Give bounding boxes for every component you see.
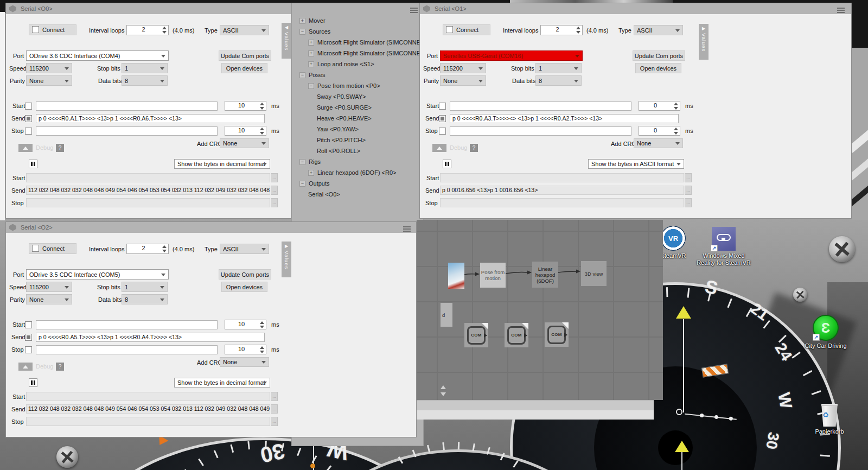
data-bits-dropdown[interactable]: 8 xyxy=(122,294,168,304)
update-com-ports-button[interactable]: Update Com ports xyxy=(219,269,271,280)
debug-send-more-button[interactable]: ... xyxy=(271,186,278,195)
start-checkbox[interactable] xyxy=(439,103,446,110)
node-linear-hexapod[interactable]: Linear hexapod (6DOF) xyxy=(532,262,558,288)
node-msfs-source-thumbnail[interactable] xyxy=(448,263,464,289)
open-devices-button[interactable]: Open devices xyxy=(635,63,681,73)
menu-icon[interactable] xyxy=(403,226,411,227)
stop-checkbox[interactable] xyxy=(439,128,446,135)
pause-button[interactable] xyxy=(29,378,37,387)
start-checkbox[interactable] xyxy=(25,103,32,110)
port-dropdown[interactable]: ODrive 3.5 CDC Interface (COM5) xyxy=(26,269,169,280)
spinner[interactable] xyxy=(161,244,168,253)
expand-icon[interactable]: + xyxy=(308,170,314,176)
collapse-icon[interactable]: − xyxy=(299,159,305,165)
start-ms-input[interactable]: 10 xyxy=(225,320,266,329)
update-com-ports-button[interactable]: Update Com ports xyxy=(633,50,685,61)
start-command-input[interactable] xyxy=(450,101,631,111)
stop-checkbox[interactable] xyxy=(25,128,32,135)
node-com-output[interactable]: COM xyxy=(505,323,528,347)
debug-format-dropdown[interactable]: Show the bytes in decimal format xyxy=(174,159,270,169)
stop-bits-dropdown[interactable]: 1 xyxy=(535,63,582,73)
connect-checkbox[interactable] xyxy=(32,245,39,252)
add-crc-dropdown[interactable]: None xyxy=(220,138,269,148)
parity-dropdown[interactable]: None xyxy=(26,294,72,304)
open-devices-button[interactable]: Open devices xyxy=(221,63,267,73)
tree-item-mover[interactable]: +Mover xyxy=(292,15,423,26)
node-pose-from-motion[interactable]: Pose from motion xyxy=(480,263,506,288)
spinner[interactable] xyxy=(161,26,168,35)
stop-ms-input[interactable]: 10 xyxy=(225,126,266,136)
stop-checkbox[interactable] xyxy=(25,346,32,353)
collapse-icon[interactable]: − xyxy=(308,83,314,89)
data-bits-dropdown[interactable]: 8 xyxy=(122,75,168,86)
tree-item-surge[interactable]: Surge <P0.SURGE> xyxy=(292,102,423,113)
tree-item-poses[interactable]: −Poses xyxy=(292,69,423,80)
node-canvas[interactable]: Pose from motion Linear hexapod (6DOF) 3… xyxy=(417,220,663,400)
desktop-icon-wmr[interactable]: ↗ Windows Mixed Reality for SteamVR xyxy=(694,227,753,266)
scroll-down-icon[interactable] xyxy=(441,392,446,396)
debug-start-more-button[interactable]: ... xyxy=(271,173,278,182)
collapse-icon[interactable]: − xyxy=(299,29,305,35)
tree-item-heave[interactable]: Heave <P0.HEAVE> xyxy=(292,113,423,124)
spinner[interactable] xyxy=(672,101,679,110)
type-dropdown[interactable]: ASCII xyxy=(220,25,269,35)
tree-item-roll[interactable]: Roll <P0.ROLL> xyxy=(292,145,423,156)
stop-command-input[interactable] xyxy=(36,126,218,136)
spinner[interactable] xyxy=(258,126,265,135)
stop-bits-dropdown[interactable]: 1 xyxy=(122,63,168,73)
tree-item-yaw[interactable]: Yaw <P0.YAW> xyxy=(292,124,423,135)
title-bar[interactable]: Serial <O2> xyxy=(6,222,416,233)
interval-loops-input[interactable]: 2 xyxy=(126,25,169,35)
speed-dropdown[interactable]: 115200 xyxy=(26,63,72,73)
values-panel-tab[interactable]: ◀ Values xyxy=(282,23,291,59)
node-3d-view[interactable]: 3D view xyxy=(581,261,607,286)
tree-item-msfs-source[interactable]: +Microsoft Flight Simulator (SIMCONNECT)… xyxy=(292,48,423,59)
expand-icon[interactable]: + xyxy=(299,18,305,24)
parity-dropdown[interactable]: None xyxy=(440,75,486,86)
send-checkbox[interactable] xyxy=(25,334,32,341)
scroll-up-icon[interactable] xyxy=(441,385,446,389)
data-bits-dropdown[interactable]: 8 xyxy=(535,75,582,86)
expand-icon[interactable]: + xyxy=(308,40,314,46)
stop-command-input[interactable] xyxy=(450,126,631,136)
connect-checkbox[interactable] xyxy=(32,26,39,33)
add-crc-dropdown[interactable]: None xyxy=(220,357,269,367)
node-com-output[interactable]: COM xyxy=(464,323,488,347)
menu-icon[interactable] xyxy=(410,8,418,9)
node-partial[interactable]: d xyxy=(441,303,452,327)
debug-format-dropdown[interactable]: Show the bytes in ASCII format xyxy=(588,159,684,169)
spinner[interactable] xyxy=(258,345,265,354)
tree-item-linear-hexapod[interactable]: +Linear hexapod (6DOF) <R0> xyxy=(292,167,423,178)
debug-format-dropdown[interactable]: Show the bytes in decimal format xyxy=(174,378,270,388)
start-ms-input[interactable]: 10 xyxy=(225,101,266,111)
tree-item-pitch[interactable]: Pitch <P0.PITCH> xyxy=(292,135,423,145)
start-command-input[interactable] xyxy=(36,320,218,329)
send-checkbox[interactable] xyxy=(25,115,32,122)
speed-dropdown[interactable]: 115200 xyxy=(26,282,72,292)
debug-stop-more-button[interactable]: ... xyxy=(271,198,278,207)
collapse-icon[interactable]: − xyxy=(299,181,305,187)
debug-stop-more-button[interactable]: ... xyxy=(271,417,278,426)
debug-help-button[interactable]: ? xyxy=(56,144,64,152)
debug-start-more-button[interactable]: ... xyxy=(685,173,692,182)
send-command-input[interactable]: p 0 <<<<R0.A3.T>>>><> <13>p 1 <<<<R0.A2.… xyxy=(450,114,679,123)
debug-start-more-button[interactable]: ... xyxy=(271,392,278,401)
parity-dropdown[interactable]: None xyxy=(26,75,72,86)
debug-collapse-button[interactable] xyxy=(18,144,33,152)
expand-icon[interactable]: + xyxy=(308,61,314,67)
tree-item-pose-from-motion[interactable]: −Pose from motion <P0> xyxy=(292,80,423,91)
stop-ms-input[interactable]: 10 xyxy=(225,345,266,354)
pause-button[interactable] xyxy=(443,160,451,168)
update-com-ports-button[interactable]: Update Com ports xyxy=(219,50,271,61)
spinner[interactable] xyxy=(258,101,265,110)
collapse-icon[interactable]: − xyxy=(299,72,305,78)
debug-send-more-button[interactable]: ... xyxy=(271,404,278,414)
title-bar[interactable]: Serial <O1> xyxy=(420,3,851,14)
stop-bits-dropdown[interactable]: 1 xyxy=(122,282,168,292)
node-window-scrollbar[interactable] xyxy=(417,400,654,420)
type-dropdown[interactable]: ASCII xyxy=(220,244,269,254)
spinner[interactable] xyxy=(258,320,265,329)
interval-loops-input[interactable]: 2 xyxy=(126,244,169,254)
menu-icon[interactable] xyxy=(837,8,845,9)
stop-command-input[interactable] xyxy=(36,345,218,354)
